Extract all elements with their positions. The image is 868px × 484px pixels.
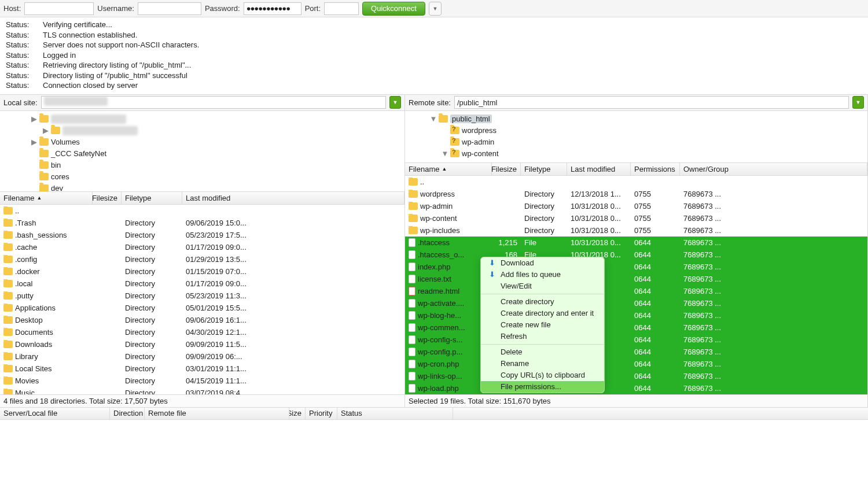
tree-item[interactable]: ▶ [8,125,404,136]
tree-item[interactable]: ▶Volumes [8,136,404,148]
quickconnect-dropdown[interactable]: ▼ [429,2,442,16]
list-item[interactable]: wp-config.p...19 1...06447689673 ... [405,346,867,358]
folder-icon [3,219,13,227]
menu-item[interactable]: Copy URL(s) to clipboard [481,370,604,381]
queue-col[interactable]: Size [289,408,306,419]
tree-twisty-icon[interactable]: ▼ [442,149,448,158]
col-owner[interactable]: Owner/Group [680,163,867,175]
local-site-dropdown[interactable]: ▼ [389,96,401,109]
col-filesize[interactable]: Filesize [93,192,122,204]
list-item[interactable]: wordpressDirectory12/13/2018 1...0755768… [405,188,867,200]
list-item[interactable]: .. [0,205,404,217]
list-item[interactable]: wp-includesDirectory10/31/2018 0...07557… [405,224,867,237]
list-item[interactable]: wp-contentDirectory10/31/2018 0...075576… [405,212,867,224]
list-item[interactable]: .configDirectory01/29/2019 13:5... [0,253,404,265]
menu-item[interactable]: Refresh [481,331,604,342]
col-filename[interactable]: Filename▲ [0,192,93,204]
menu-item[interactable]: ⬇Add files to queue [481,269,604,280]
list-item[interactable]: Local SitesDirectory03/01/2019 11:1... [0,363,404,375]
file-type: Directory [122,328,182,337]
file-name: wp-config-s... [418,335,462,344]
file-name: .. [420,178,424,186]
list-item[interactable]: wp-blog-he...8 0...06447689673 ... [405,309,867,322]
queue-col[interactable]: Direction [110,408,145,419]
col-filename[interactable]: Filename▲ [405,163,492,175]
menu-item[interactable]: View/Edit [481,280,604,292]
queue-col[interactable]: Status [337,408,453,419]
list-item[interactable]: .. [405,176,867,188]
queue-col[interactable]: Server/Local file [0,408,110,419]
host-input[interactable] [24,2,94,15]
folder-icon [39,150,49,157]
list-item[interactable]: .dockerDirectory01/15/2019 07:0... [0,265,404,278]
folder-icon [3,365,13,372]
menu-item[interactable]: Create new file [481,319,604,331]
tree-item[interactable]: cores [8,171,404,183]
remote-file-list[interactable]: ..wordpressDirectory12/13/2018 1...07557… [405,176,867,394]
list-item[interactable]: wp-activate....8 0...06447689673 ... [405,297,867,309]
list-item[interactable]: wp-config-s...8 0...06447689673 ... [405,334,867,346]
col-permissions[interactable]: Permissions [631,163,680,175]
list-item[interactable]: LibraryDirectory09/09/2019 06:... [0,350,404,363]
file-type: Directory [521,202,567,210]
list-item[interactable]: wp-links-op...8 0...06447689673 ... [405,370,867,382]
list-item[interactable]: MusicDirectory03/07/2019 08:4... [0,387,404,394]
list-item[interactable]: .htaccess1,215File10/31/2018 0...0644768… [405,237,867,249]
list-item[interactable]: .cacheDirectory01/17/2019 09:0... [0,241,404,253]
list-item[interactable]: index.php8 0...06447689673 ... [405,261,867,273]
list-item[interactable]: DownloadsDirectory09/09/2019 11:5... [0,338,404,350]
list-item[interactable]: .localDirectory01/17/2019 09:0... [0,278,404,290]
list-item[interactable]: .bash_sessionsDirectory05/23/2019 17:5..… [0,229,404,241]
tree-item[interactable]: ▼public_html [413,113,867,125]
menu-item[interactable]: Create directory and enter it [481,308,604,319]
list-item[interactable]: wp-adminDirectory10/31/2018 0...07557689… [405,200,867,212]
local-file-list[interactable]: ...TrashDirectory09/06/2019 15:0....bash… [0,205,404,394]
col-lastmod[interactable]: Last modified [182,192,404,204]
menu-item[interactable]: File permissions... [481,381,604,393]
file-mod: 09/06/2019 16:1... [182,316,404,324]
tree-item[interactable]: bin [8,160,404,171]
tree-item[interactable]: _CCC SafetyNet [8,148,404,160]
local-tree[interactable]: ▶▶▶Volumes_CCC SafetyNetbincoresdevetc [0,111,404,192]
tree-item[interactable]: dev [8,183,404,192]
col-filetype[interactable]: Filetype [122,192,182,204]
username-input[interactable] [138,2,201,15]
list-item[interactable]: wp-commen...8 0...06447689673 ... [405,322,867,334]
queue-col[interactable]: Remote file [145,408,289,419]
list-item[interactable]: DocumentsDirectory04/30/2019 12:1... [0,326,404,338]
quickconnect-button[interactable]: Quickconnect [362,2,425,16]
col-lastmod[interactable]: Last modified [567,163,631,175]
list-item[interactable]: readme.html8 0...06447689673 ... [405,285,867,297]
list-item[interactable]: ApplicationsDirectory05/01/2019 15:5... [0,302,404,314]
menu-item[interactable]: Create directory [481,296,604,308]
folder-icon [3,207,13,215]
list-item[interactable]: license.txt8 0...06447689673 ... [405,273,867,285]
remote-tree[interactable]: ▼public_htmlwordpresswp-admin▼wp-content [405,111,867,163]
list-item[interactable]: wp-cron.php8 0...06447689673 ... [405,358,867,370]
tree-twisty-icon[interactable]: ▶ [31,138,37,146]
password-input[interactable] [244,2,301,15]
list-item[interactable]: DesktopDirectory09/06/2019 16:1... [0,314,404,326]
tree-item[interactable]: wordpress [413,125,867,136]
tree-twisty-icon[interactable]: ▼ [431,114,436,123]
remote-site-dropdown[interactable]: ▼ [852,96,864,109]
local-site-input[interactable] [41,96,386,109]
port-input[interactable] [324,2,359,15]
tree-item[interactable]: ▶ [8,113,404,125]
list-item[interactable]: .htaccess_o...168File10/31/2018 0...0644… [405,249,867,261]
col-filesize[interactable]: Filesize [492,163,521,175]
remote-site-input[interactable] [454,96,849,109]
tree-twisty-icon[interactable]: ▶ [43,126,49,135]
list-item[interactable]: .TrashDirectory09/06/2019 15:0... [0,217,404,229]
list-item[interactable]: wp-load.php8 0...06447689673 ... [405,382,867,394]
menu-item[interactable]: Delete [481,346,604,358]
menu-item[interactable]: ⬇Download [481,257,604,269]
col-filetype[interactable]: Filetype [521,163,567,175]
list-item[interactable]: .puttyDirectory05/23/2019 11:3... [0,290,404,302]
tree-item[interactable]: ▼wp-content [413,148,867,160]
tree-item[interactable]: wp-admin [413,136,867,148]
tree-twisty-icon[interactable]: ▶ [31,114,37,123]
queue-col[interactable]: Priority [306,408,337,419]
list-item[interactable]: MoviesDirectory04/15/2019 11:1... [0,375,404,387]
folder-icon [3,328,13,336]
